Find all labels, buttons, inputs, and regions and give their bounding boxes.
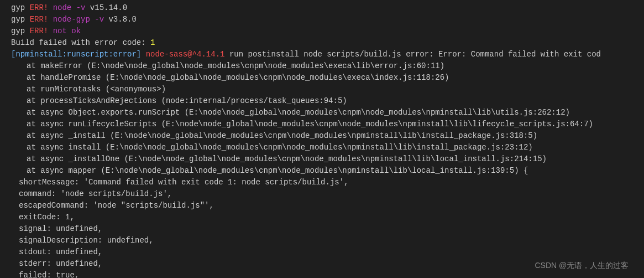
error-property-line: escapedCommand: 'node "scripts/build.js"… bbox=[0, 200, 644, 212]
prop-key: exitCode bbox=[19, 213, 56, 222]
gyp-field: not ok bbox=[53, 27, 81, 35]
prop-key: command bbox=[19, 189, 51, 198]
prop-value: undefined, bbox=[107, 236, 154, 245]
gyp-err-line: gyp ERR! node-gyp -v v3.8.0 bbox=[0, 14, 644, 25]
prop-key: escapedCommand bbox=[19, 201, 84, 210]
stack-trace-line: at handlePromise (E:\node\node_global\no… bbox=[0, 72, 644, 84]
error-property-line: stdout: undefined, bbox=[0, 246, 644, 258]
stack-trace-line: at async install (E:\node\node_global\no… bbox=[0, 142, 644, 153]
prop-value: 1, bbox=[65, 213, 75, 222]
stack-trace-line: at async _installOne (E:\node\node_globa… bbox=[0, 153, 644, 165]
error-message: run postinstall node scripts/build.js er… bbox=[229, 50, 601, 59]
gyp-value: v15.14.0 bbox=[90, 3, 127, 12]
gyp-value: v3.8.0 bbox=[108, 15, 136, 24]
stack-trace-line: at async mapper (E:\node\node_global\nod… bbox=[0, 165, 644, 177]
err-label: ERR! bbox=[30, 27, 49, 35]
stack-trace-line: at async _install (E:\node\node_global\n… bbox=[0, 130, 644, 142]
err-label: ERR! bbox=[30, 3, 49, 12]
error-property-line: signalDescription: undefined, bbox=[0, 235, 644, 246]
error-property-line: shortMessage: 'Command failed with exit … bbox=[0, 177, 644, 188]
watermark-text: CSDN @无语，人生的过客​ ​ ​ bbox=[535, 260, 633, 271]
stack-trace-line: at runMicrotasks (<anonymous>) bbox=[0, 84, 644, 95]
stack-trace-line: at async Object.exports.runScript (E:\no… bbox=[0, 107, 644, 119]
gyp-err-line: gyp ERR! node -v v15.14.0 bbox=[0, 2, 644, 14]
prop-key: signal bbox=[19, 224, 46, 233]
gyp-field: node-gyp -v bbox=[53, 15, 104, 24]
build-failed-text: Build failed with error code: bbox=[11, 38, 146, 47]
error-property-line: exitCode: 1, bbox=[0, 212, 644, 223]
terminal-output: gyp ERR! node -v v15.14.0 gyp ERR! node-… bbox=[0, 2, 644, 278]
prop-key: signalDescription bbox=[19, 236, 98, 245]
stack-trace-line: at processTicksAndRejections (node:inter… bbox=[0, 95, 644, 107]
error-property-line: command: 'node scripts/build.js', bbox=[0, 188, 644, 200]
gyp-prefix: gyp bbox=[11, 27, 25, 35]
package-name: node-sass@^4.14.1 bbox=[146, 50, 225, 59]
prop-value: undefined, bbox=[56, 224, 102, 233]
gyp-prefix: gyp bbox=[11, 15, 25, 24]
prop-value: true, bbox=[56, 271, 79, 278]
prop-value: undefined, bbox=[56, 259, 102, 268]
prop-value: undefined, bbox=[56, 248, 102, 256]
error-property-line: signal: undefined, bbox=[0, 223, 644, 235]
err-label: ERR! bbox=[30, 15, 49, 24]
prop-value: 'node scripts/build.js', bbox=[61, 189, 172, 198]
prop-value: 'node "scripts/build.js"', bbox=[93, 201, 213, 210]
gyp-prefix: gyp bbox=[11, 3, 25, 12]
error-code: 1 bbox=[150, 38, 155, 47]
prop-key: shortMessage bbox=[19, 178, 75, 187]
npm-error-line: [npminstall:runscript:error] node-sass@^… bbox=[0, 49, 644, 60]
prop-value: 'Command failed with exit code 1: node s… bbox=[84, 178, 349, 187]
build-failed-line: Build failed with error code: 1 bbox=[0, 37, 644, 49]
prop-key: stderr bbox=[19, 259, 46, 268]
prop-key: stdout bbox=[19, 248, 46, 256]
gyp-field: node -v bbox=[53, 3, 86, 12]
npm-error-tag: [npminstall:runscript:error] bbox=[11, 50, 141, 59]
gyp-err-line: gyp ERR! not ok bbox=[0, 25, 644, 37]
stack-trace-line: at async runLifecycleScripts (E:\node\no… bbox=[0, 119, 644, 130]
stack-trace-line: at makeError (E:\node\node_global\node_m… bbox=[0, 60, 644, 72]
prop-key: failed bbox=[19, 271, 46, 278]
